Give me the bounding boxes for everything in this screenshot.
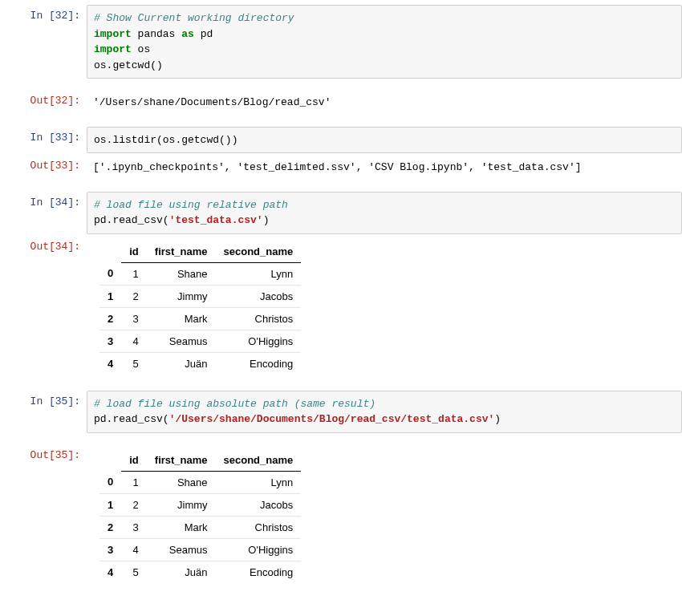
table-index: 1 <box>99 285 121 307</box>
out-prompt-33: Out[33]: <box>0 155 87 176</box>
output-cell-32: Out[32]: '/Users/shane/Documents/Blog/re… <box>0 90 682 116</box>
table-cell: 5 <box>121 561 147 583</box>
code-keyword: import <box>94 43 132 55</box>
table-index: 2 <box>99 307 121 330</box>
code-keyword: as <box>181 28 194 40</box>
table-cell: Jimmy <box>147 493 216 516</box>
table-cell: Mark <box>147 307 216 330</box>
table-header: id <box>121 241 147 263</box>
code-comment: # load file using relative path <box>94 199 288 211</box>
table-cell: 5 <box>121 352 147 375</box>
table-cell: Shane <box>147 262 216 285</box>
code-comment: # Show Current working directory <box>94 12 294 24</box>
table-corner <box>99 241 121 263</box>
table-row: 1 2 Jimmy Jacobs <box>99 285 301 307</box>
table-index: 0 <box>99 471 121 493</box>
table-cell: Christos <box>216 516 302 538</box>
table-index: 3 <box>99 330 121 352</box>
table-cell: Jacobs <box>216 493 302 516</box>
table-index: 0 <box>99 262 121 285</box>
table-index: 1 <box>99 493 121 516</box>
input-cell-35: In [35]: # load file using absolute path… <box>0 391 682 433</box>
table-cell: Juän <box>147 561 216 583</box>
code-text: os.getcwd() <box>94 59 163 71</box>
table-cell: Seamus <box>147 330 216 352</box>
input-cell-34: In [34]: # load file using relative path… <box>0 192 682 234</box>
table-cell: Juän <box>147 352 216 375</box>
output-cell-35: Out[35]: id first_name second_name 0 1 S… <box>0 444 682 588</box>
in-prompt-34: In [34]: <box>0 192 87 213</box>
out-prompt-32: Out[32]: <box>0 90 87 111</box>
code-text: pandas <box>132 28 181 40</box>
code-input-33[interactable]: os.listdir(os.getcwd()) <box>87 127 682 154</box>
output-dataframe-34: id first_name second_name 0 1 Shane Lynn… <box>87 236 682 379</box>
table-header: id <box>121 449 147 472</box>
table-header: second_name <box>216 449 302 472</box>
code-string: '/Users/shane/Documents/Blog/read_csv/te… <box>169 413 495 425</box>
table-index: 4 <box>99 352 121 375</box>
code-text: os <box>132 43 150 55</box>
in-prompt-33: In [33]: <box>0 127 87 148</box>
table-row: 3 4 Seamus O'Higgins <box>99 538 301 561</box>
output-dataframe-35: id first_name second_name 0 1 Shane Lynn… <box>87 444 682 588</box>
table-cell: Encoding <box>216 561 302 583</box>
table-index: 3 <box>99 538 121 561</box>
code-text: ) <box>263 214 270 226</box>
dataframe-table: id first_name second_name 0 1 Shane Lynn… <box>99 449 301 583</box>
out-prompt-34: Out[34]: <box>0 236 87 257</box>
table-cell: 4 <box>121 330 147 352</box>
table-header: first_name <box>147 449 216 472</box>
code-keyword: import <box>94 28 132 40</box>
table-header: second_name <box>216 241 302 263</box>
code-text: pd.read_csv( <box>94 413 169 425</box>
code-input-32[interactable]: # Show Current working directory import … <box>87 5 682 79</box>
table-cell: 2 <box>121 285 147 307</box>
table-cell: Seamus <box>147 538 216 561</box>
table-row: 1 2 Jimmy Jacobs <box>99 493 301 516</box>
in-prompt-35: In [35]: <box>0 391 87 412</box>
table-row: 2 3 Mark Christos <box>99 516 301 538</box>
table-row: 4 5 Juän Encoding <box>99 561 301 583</box>
table-index: 2 <box>99 516 121 538</box>
table-row: 4 5 Juän Encoding <box>99 352 301 375</box>
table-cell: 3 <box>121 307 147 330</box>
code-text: os.listdir(os.getcwd()) <box>94 134 237 146</box>
table-cell: O'Higgins <box>216 538 302 561</box>
code-text: pd <box>194 28 213 40</box>
code-input-35[interactable]: # load file using absolute path (same re… <box>87 391 682 433</box>
table-cell: 4 <box>121 538 147 561</box>
table-cell: 2 <box>121 493 147 516</box>
table-cell: Lynn <box>216 262 302 285</box>
table-row: 2 3 Mark Christos <box>99 307 301 330</box>
table-cell: Encoding <box>216 352 302 375</box>
table-cell: Jimmy <box>147 285 216 307</box>
code-string: 'test_data.csv' <box>169 214 263 226</box>
table-cell: Shane <box>147 471 216 493</box>
table-header: first_name <box>147 241 216 263</box>
in-prompt-32: In [32]: <box>0 5 87 26</box>
table-cell: Mark <box>147 516 216 538</box>
table-cell: 1 <box>121 471 147 493</box>
out-prompt-35: Out[35]: <box>0 444 87 466</box>
code-input-34[interactable]: # load file using relative path pd.read_… <box>87 192 682 234</box>
table-cell: O'Higgins <box>216 330 302 352</box>
table-row: 3 4 Seamus O'Higgins <box>99 330 301 352</box>
input-cell-33: In [33]: os.listdir(os.getcwd()) <box>0 127 682 154</box>
dataframe-table: id first_name second_name 0 1 Shane Lynn… <box>99 241 301 375</box>
table-cell: Lynn <box>216 471 302 493</box>
table-cell: Christos <box>216 307 302 330</box>
table-row: 0 1 Shane Lynn <box>99 262 301 285</box>
table-cell: 3 <box>121 516 147 538</box>
output-text-32: '/Users/shane/Documents/Blog/read_csv' <box>87 90 682 116</box>
output-cell-34: Out[34]: id first_name second_name 0 1 S… <box>0 236 682 379</box>
input-cell-32: In [32]: # Show Current working director… <box>0 5 682 79</box>
output-text-33: ['.ipynb_checkpoints', 'test_delimted.ss… <box>87 155 682 180</box>
code-comment: # load file using absolute path (same re… <box>94 398 376 410</box>
table-cell: Jacobs <box>216 285 302 307</box>
output-cell-33: Out[33]: ['.ipynb_checkpoints', 'test_de… <box>0 155 682 180</box>
table-cell: 1 <box>121 262 147 285</box>
code-text: pd.read_csv( <box>94 214 169 226</box>
code-text: ) <box>494 413 501 425</box>
table-corner <box>99 449 121 472</box>
table-index: 4 <box>99 561 121 583</box>
